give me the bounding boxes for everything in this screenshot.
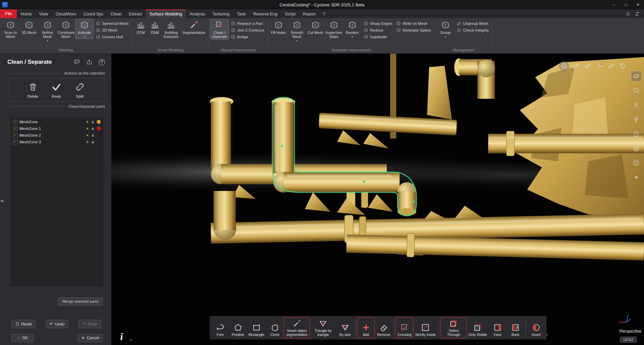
tool-by-size[interactable]: By size <box>336 317 354 338</box>
minimize-button[interactable]: ─ <box>608 0 620 9</box>
lock-icon[interactable] <box>91 127 95 131</box>
reset-button[interactable]: Reset <box>11 320 35 328</box>
checkbox-checked[interactable]: ✓ <box>13 133 17 138</box>
part-color-dot[interactable] <box>97 133 101 137</box>
zoom-fit-button[interactable] <box>631 86 641 96</box>
tool-rectangle[interactable]: Rectangle <box>247 317 266 338</box>
part-row[interactable]: ✓ MeshZone ☀ <box>11 118 103 125</box>
tool-free[interactable]: Free <box>211 317 229 338</box>
tool-remove[interactable]: Remove <box>375 317 393 338</box>
ribbon-button-cut-mesh[interactable]: Cut Mesh <box>306 19 325 36</box>
quick-tools-button[interactable] <box>631 114 641 125</box>
checkbox-checked[interactable]: ✓ <box>13 120 17 124</box>
ribbon-button-3d-mesh[interactable]: 3D Mesh <box>20 19 38 36</box>
ribbon-button-reduce[interactable]: Reduce <box>363 28 394 33</box>
ribbon-button-inspection-steps[interactable]: Inspection Steps <box>325 19 343 40</box>
close-button[interactable]: ✕ <box>632 0 644 9</box>
maximize-button[interactable]: □ <box>620 0 632 9</box>
tab-surface-modeling[interactable]: Surface Modeling <box>146 9 186 18</box>
measure-quick-button[interactable] <box>606 61 616 71</box>
expand-toolbar-icon[interactable]: » <box>546 332 548 337</box>
tool-invert[interactable]: Invert <box>527 317 545 338</box>
ribbon-button-spherical-mesh[interactable]: Spherical Mesh <box>95 21 130 26</box>
part-row[interactable]: ✓ MeshZone 1 ☀ <box>11 125 103 132</box>
ribbon-button-eliminate-spikes[interactable]: Eliminate Spikes <box>395 28 432 33</box>
tool-polyline[interactable]: Polyline <box>229 317 247 338</box>
ribbon-button-2d-mesh[interactable]: 2D Mesh <box>95 28 130 33</box>
tab-extract[interactable]: Extract <box>125 9 146 18</box>
ribbon-button-clean-separate[interactable]: Clean / Separate <box>210 19 229 40</box>
tool-add[interactable]: Add <box>357 317 375 338</box>
ribbon-button-convex-hull[interactable]: Convex Hull <box>95 34 130 40</box>
tab-report[interactable]: Report <box>299 9 319 18</box>
ucs-button[interactable]: UCS2 <box>620 337 637 343</box>
tool-only-visible[interactable]: Only Visible <box>467 317 489 338</box>
tab-file[interactable]: File <box>0 9 17 18</box>
part-color-dot[interactable] <box>97 120 101 124</box>
measure-distance-button[interactable] <box>571 61 581 71</box>
ribbon-button-smooth-mesh[interactable]: Smooth Mesh ▾ <box>288 19 306 43</box>
home-view-button[interactable] <box>631 129 641 139</box>
checkbox-checked[interactable]: ✓ <box>13 140 17 144</box>
bell-icon[interactable] <box>625 11 631 16</box>
ribbon-button-subdivide[interactable]: Subdivide <box>363 34 394 40</box>
layers-button[interactable] <box>631 143 641 153</box>
tab-reverse-eng[interactable]: Reverse Eng <box>249 9 281 18</box>
ribbon-button-join-2-contours[interactable]: Join 2 Contours <box>230 28 265 33</box>
label-button[interactable] <box>618 61 628 71</box>
visibility-sun-icon[interactable]: ☀ <box>86 140 89 144</box>
ribbon-button-check-integrity[interactable]: Check Integrity <box>456 28 490 33</box>
ribbon-button-group[interactable]: Group ▾ <box>436 19 455 39</box>
lock-icon[interactable] <box>91 133 95 137</box>
redo-button[interactable]: ↷ Redo <box>79 320 101 328</box>
keep-button[interactable]: Keep <box>46 82 66 98</box>
panel-collapse-icon[interactable]: ◀ <box>0 199 3 203</box>
visibility-sun-icon[interactable]: ☀ <box>86 133 89 138</box>
tool-back[interactable]: Back <box>506 317 524 338</box>
ribbon-button-sharp-edges[interactable]: Sharp Edges <box>363 21 394 26</box>
ribbon-button-refine-mesh[interactable]: Refine Mesh ▾ <box>38 19 57 43</box>
walkthrough-button[interactable] <box>631 100 641 110</box>
lock-icon[interactable] <box>91 120 95 124</box>
export-icon[interactable] <box>85 58 93 66</box>
tool-smart-object-segmentation[interactable]: Smart object segmentation <box>284 317 310 338</box>
measure-multi-button[interactable] <box>583 61 593 71</box>
part-color-dot[interactable] <box>97 127 101 131</box>
comment-icon[interactable] <box>73 58 81 66</box>
tool-triangle-by-triangle[interactable]: Triangle by triangle <box>310 317 336 338</box>
checkbox-checked[interactable]: ✓ <box>13 127 17 131</box>
ribbon-button-scan-to-mesh[interactable]: Scan to Mesh <box>1 19 20 40</box>
split-button[interactable]: Split <box>70 82 90 98</box>
merge-selected-parts-button[interactable]: Merge selected parts <box>58 297 103 305</box>
tab-texturing[interactable]: Texturing <box>209 9 233 18</box>
info-button[interactable]: i <box>120 332 123 342</box>
ribbon-button-fill-holes[interactable]: Fill Holes <box>269 19 288 36</box>
tab-cloudworx[interactable]: CloudWorx <box>52 9 80 18</box>
part-row[interactable]: ✓ MeshZone 3 ☀ <box>11 139 103 145</box>
ribbon-button-dtm[interactable]: DTM <box>134 19 148 36</box>
tab-view[interactable]: View <box>36 9 52 18</box>
tool-face[interactable]: Face <box>489 317 506 338</box>
part-color-dot[interactable] <box>97 140 101 144</box>
part-row[interactable]: ✓ MeshZone 2 ☀ <box>11 132 103 139</box>
center-view-button[interactable] <box>559 61 569 71</box>
tab-help[interactable]: ? <box>319 9 329 18</box>
delete-button[interactable]: Delete <box>23 82 43 98</box>
ribbon-button-segmentation[interactable]: Segmentation <box>180 19 207 36</box>
ok-button[interactable]: ✓ OK <box>11 334 34 342</box>
lock-icon[interactable] <box>91 140 95 144</box>
expand-info-icon[interactable]: » <box>130 337 132 342</box>
tool-select-through[interactable]: Select Through <box>441 317 467 338</box>
ribbon-button-borders[interactable]: Borders ▾ <box>343 19 362 39</box>
tab-home[interactable]: Home <box>17 9 35 18</box>
tab-coord-sys[interactable]: Coord Sys <box>80 9 107 18</box>
ribbon-button-replace-a-part[interactable]: Replace a Part <box>230 21 265 26</box>
cancel-button[interactable]: ✕ Cancel <box>78 334 103 342</box>
ribbon-button-building-extractor[interactable]: Building Extractor <box>162 19 180 40</box>
parts-list[interactable]: ✓ MeshZone ☀ ✓ MeshZone 1 ☀ ✓ MeshZone 2… <box>11 118 103 286</box>
visibility-sun-icon[interactable]: ☀ <box>86 120 89 124</box>
projection-label[interactable]: Perspective <box>619 329 641 334</box>
viewport-3d[interactable]: ▾ Free Polyline Rectangle Circle Sma <box>111 54 644 345</box>
tab-clean[interactable]: Clean <box>107 9 125 18</box>
tool-circle[interactable]: Circle <box>266 317 284 338</box>
